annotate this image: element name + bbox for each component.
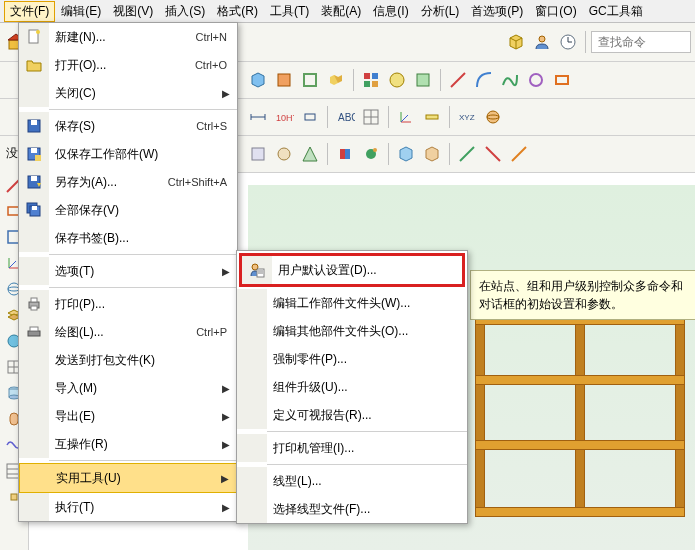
svg-rect-16 [372, 73, 378, 79]
menu-item-saveall[interactable]: 全部保存(V) [19, 196, 237, 224]
menu-item-export[interactable]: 导出(E)▶ [19, 402, 237, 430]
tool-cube2-icon[interactable] [394, 142, 418, 166]
tool-assembly-icon[interactable] [324, 68, 348, 92]
tool-a2-icon[interactable] [272, 142, 296, 166]
menu-insert[interactable]: 插入(S) [159, 1, 211, 22]
submenu-define-visual-report[interactable]: 定义可视报告(R)... [237, 401, 467, 429]
submenu-select-linetype-file[interactable]: 选择线型文件(F)... [237, 495, 467, 523]
tool-xyz-icon[interactable]: XYZ [455, 105, 479, 129]
svg-text:XYZ: XYZ [459, 113, 475, 122]
tool-view-2-icon[interactable] [385, 68, 409, 92]
menu-item-save-work[interactable]: 仅保存工作部件(W) [19, 140, 237, 168]
svg-rect-88 [31, 298, 37, 302]
menu-item-new[interactable]: 新建(N)...Ctrl+N [19, 23, 237, 51]
tool-b1-icon[interactable] [333, 142, 357, 166]
menu-item-options[interactable]: 选项(T)▶ [19, 257, 237, 285]
svg-marker-10 [252, 73, 264, 87]
menu-item-open[interactable]: 打开(O)...Ctrl+O [19, 51, 237, 79]
menu-window[interactable]: 窗口(O) [529, 1, 582, 22]
svg-line-21 [451, 73, 465, 87]
tool-line-icon[interactable] [446, 68, 470, 92]
tool-diag2-icon[interactable] [481, 142, 505, 166]
menu-prefs[interactable]: 首选项(P) [465, 1, 529, 22]
menu-analysis[interactable]: 分析(L) [415, 1, 466, 22]
menu-info[interactable]: 信息(I) [367, 1, 414, 22]
menu-item-close[interactable]: 关闭(C)▶ [19, 79, 237, 107]
menu-item-save[interactable]: 保存(S)Ctrl+S [19, 112, 237, 140]
svg-rect-91 [30, 327, 38, 331]
menu-item-import[interactable]: 导入(M)▶ [19, 374, 237, 402]
svg-rect-90 [28, 331, 40, 336]
submenu-force-part[interactable]: 强制零件(P)... [237, 345, 467, 373]
tool-a3-icon[interactable] [298, 142, 322, 166]
menu-item-interop[interactable]: 互操作(R)▶ [19, 430, 237, 458]
tool-diag3-icon[interactable] [507, 142, 531, 166]
menu-item-utilities[interactable]: 实用工具(U)▶ [19, 463, 237, 493]
tool-meas-icon[interactable] [420, 105, 444, 129]
tool-face-icon[interactable] [272, 68, 296, 92]
svg-rect-15 [364, 73, 370, 79]
search-command-box[interactable] [591, 31, 691, 53]
submenu-edit-other-header[interactable]: 编辑其他部件文件头(O)... [237, 317, 467, 345]
svg-rect-44 [345, 149, 350, 159]
tool-arc-icon[interactable] [472, 68, 496, 92]
tool-body-icon[interactable] [246, 68, 270, 92]
svg-rect-20 [417, 74, 429, 86]
tool-sphere-icon[interactable] [481, 105, 505, 129]
tool-circle-icon[interactable] [524, 68, 548, 92]
svg-rect-86 [32, 206, 37, 210]
tool-cube-icon[interactable] [504, 30, 528, 54]
tool-clock-icon[interactable] [556, 30, 580, 54]
svg-rect-77 [31, 120, 37, 125]
menubar: 文件(F) 编辑(E) 视图(V) 插入(S) 格式(R) 工具(T) 装配(A… [0, 0, 695, 23]
tool-edge-icon[interactable] [298, 68, 322, 92]
menu-item-savebookmark[interactable]: 保存书签(B)... [19, 224, 237, 252]
svg-line-35 [401, 115, 408, 122]
menu-view[interactable]: 视图(V) [107, 1, 159, 22]
tool-grid-icon[interactable] [359, 105, 383, 129]
menu-gctools[interactable]: GC工具箱 [583, 1, 649, 22]
tool-dim-2-icon[interactable]: 10H7 [272, 105, 296, 129]
svg-rect-73 [11, 494, 17, 500]
menu-item-saveas[interactable]: 另存为(A)...Ctrl+Shift+A [19, 168, 237, 196]
tool-spline-icon[interactable] [498, 68, 522, 92]
tool-view-3-icon[interactable] [411, 68, 435, 92]
svg-text:ABC: ABC [338, 112, 355, 123]
submenu-printer-manage[interactable]: 打印机管理(I)... [237, 434, 467, 462]
menu-item-execute[interactable]: 执行(T)▶ [19, 493, 237, 521]
menu-item-plot[interactable]: 绘图(L)...Ctrl+P [19, 318, 237, 346]
submenu-user-defaults[interactable]: 用户默认设置(D)... [242, 256, 462, 284]
tool-text-icon[interactable]: ABC [333, 105, 357, 129]
submenu-component-upgrade[interactable]: 组件升级(U)... [237, 373, 467, 401]
tool-a1-icon[interactable] [246, 142, 270, 166]
submenu-linetype[interactable]: 线型(L)... [237, 467, 467, 495]
menu-assembly[interactable]: 装配(A) [315, 1, 367, 22]
svg-rect-43 [340, 149, 345, 159]
tool-dim-3-icon[interactable] [298, 105, 322, 129]
svg-marker-42 [303, 147, 317, 161]
menu-file[interactable]: 文件(F) [4, 1, 55, 22]
tool-cube3-icon[interactable] [420, 142, 444, 166]
menu-edit[interactable]: 编辑(E) [55, 1, 107, 22]
tool-rect-icon[interactable] [550, 68, 574, 92]
tool-b2-icon[interactable] [359, 142, 383, 166]
menu-item-print[interactable]: 打印(P)... [19, 290, 237, 318]
tool-dim-1-icon[interactable] [246, 105, 270, 129]
svg-rect-80 [35, 155, 41, 161]
svg-rect-12 [304, 74, 316, 86]
menu-format[interactable]: 格式(R) [211, 1, 264, 22]
search-input[interactable] [596, 34, 686, 50]
tool-diag1-icon[interactable] [455, 142, 479, 166]
menu-tools[interactable]: 工具(T) [264, 1, 315, 22]
tool-person-icon[interactable] [530, 30, 554, 54]
submenu-edit-work-header[interactable]: 编辑工作部件文件头(W)... [237, 289, 467, 317]
svg-rect-18 [372, 81, 378, 87]
tool-view-1-icon[interactable] [359, 68, 383, 92]
no-history-label: 没 [6, 145, 18, 162]
tool-cs-icon[interactable] [394, 105, 418, 129]
svg-rect-69 [10, 413, 18, 425]
svg-line-57 [9, 261, 16, 268]
svg-rect-11 [278, 74, 290, 86]
svg-rect-36 [426, 115, 438, 119]
menu-item-sendpack[interactable]: 发送到打包文件(K) [19, 346, 237, 374]
